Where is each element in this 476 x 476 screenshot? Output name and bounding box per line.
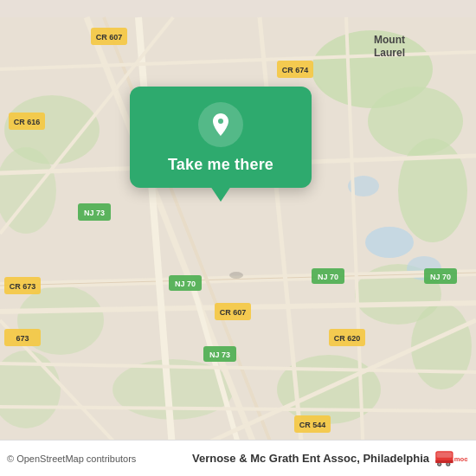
svg-text:Mount: Mount (374, 34, 405, 46)
location-icon-wrapper (198, 102, 243, 147)
svg-point-12 (365, 227, 414, 258)
take-me-there-button[interactable]: Take me there (168, 156, 273, 174)
svg-text:CR 620: CR 620 (334, 334, 361, 343)
svg-text:673: 673 (16, 334, 29, 343)
svg-text:CR 544: CR 544 (299, 421, 326, 429)
svg-point-3 (398, 138, 467, 242)
bottom-right: Vernose & Mc Grath Ent Assoc, Philadelph… (192, 447, 467, 471)
moovit-logo: moovit (434, 447, 467, 471)
app-description: Vernose & Mc Grath Ent Assoc, Philadelph… (192, 452, 429, 465)
svg-text:CR 607: CR 607 (220, 308, 247, 317)
svg-text:CR 674: CR 674 (282, 66, 309, 74)
svg-point-63 (438, 463, 441, 466)
svg-text:NJ 73: NJ 73 (84, 209, 105, 217)
svg-point-65 (447, 463, 450, 466)
bottom-bar: © OpenStreetMap contributors Vernose & M… (0, 440, 476, 476)
location-pin-icon (208, 112, 234, 138)
svg-rect-61 (437, 452, 453, 457)
svg-rect-66 (435, 460, 453, 462)
svg-text:CR 616: CR 616 (14, 118, 41, 126)
svg-text:NJ 70: NJ 70 (175, 280, 196, 288)
map-container: CR 607 CR 616 CR 674 NJ 73 CR 673 673 NJ… (0, 0, 476, 476)
svg-text:Laurel: Laurel (374, 47, 405, 59)
svg-text:NJ 70: NJ 70 (318, 273, 338, 281)
osm-copyright: © OpenStreetMap contributors (7, 453, 136, 464)
popup-card: Take me there (130, 87, 312, 188)
map-background: CR 607 CR 616 CR 674 NJ 73 CR 673 673 NJ… (0, 0, 476, 476)
svg-text:CR 673: CR 673 (10, 282, 36, 291)
bottom-left: © OpenStreetMap contributors (7, 453, 136, 464)
svg-text:NJ 70: NJ 70 (430, 273, 451, 281)
svg-text:moovit: moovit (454, 454, 467, 462)
svg-text:NJ 73: NJ 73 (209, 351, 230, 359)
svg-text:CR 607: CR 607 (96, 33, 123, 42)
svg-point-59 (229, 272, 243, 279)
